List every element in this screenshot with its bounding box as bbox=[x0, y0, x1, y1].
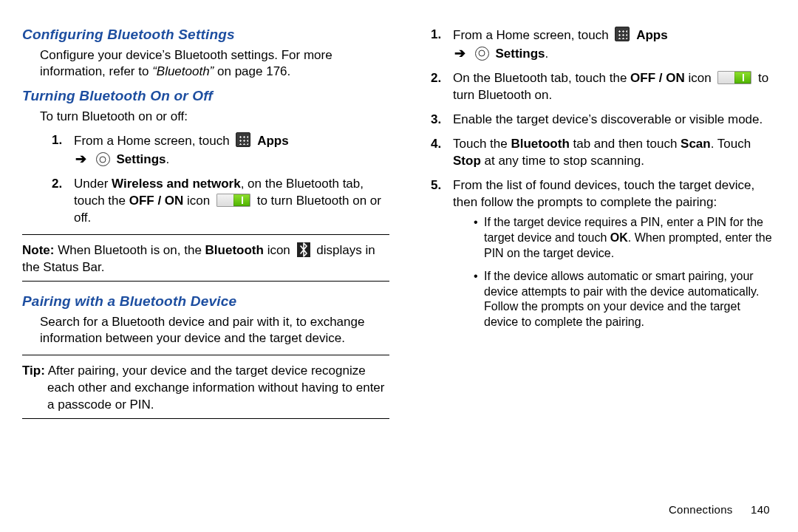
bluetooth-icon bbox=[297, 242, 310, 257]
pair-steps: 1. From a Home screen, touch Apps ➔ Sett… bbox=[431, 27, 776, 330]
config-paragraph: Configure your device’s Bluetooth settin… bbox=[40, 47, 389, 81]
arrow-icon: ➔ bbox=[454, 46, 466, 61]
text: From a Home screen, touch bbox=[453, 28, 612, 42]
turn-intro: To turn Bluetooth on or off: bbox=[40, 109, 389, 125]
tip-cont: each other and exchange information with… bbox=[22, 380, 389, 414]
step-number: 3. bbox=[431, 112, 441, 129]
text: When Bluetooth is on, the bbox=[54, 243, 205, 257]
heading-configuring: Configuring Bluetooth Settings bbox=[22, 27, 389, 43]
bold-text: Wireless and network bbox=[112, 177, 241, 191]
bold-text: OFF / ON bbox=[129, 194, 184, 208]
toggle-icon bbox=[216, 194, 250, 207]
step-number: 5. bbox=[431, 177, 441, 194]
text: icon bbox=[183, 194, 214, 208]
reference-italic: “Bluetooth” bbox=[152, 64, 214, 78]
right-column: 1. From a Home screen, touch Apps ➔ Sett… bbox=[409, 27, 776, 426]
gear-icon bbox=[475, 47, 489, 61]
text: tab and then touch bbox=[570, 137, 681, 151]
list-item: 5. From the list of found devices, touch… bbox=[431, 177, 776, 330]
page-footer: Connections 140 bbox=[669, 503, 770, 516]
settings-label: Settings bbox=[116, 152, 166, 166]
step-number: 2. bbox=[431, 70, 441, 87]
apps-icon bbox=[236, 132, 250, 147]
list-item: 2. Under Wireless and network, on the Bl… bbox=[52, 176, 389, 227]
sub-bullets: If the target device requires a PIN, ent… bbox=[474, 215, 776, 330]
divider bbox=[22, 418, 389, 419]
tip-label: Tip: bbox=[22, 364, 45, 378]
heading-turning: Turning Bluetooth On or Off bbox=[22, 88, 389, 104]
text: icon bbox=[685, 71, 715, 85]
bold-text: Stop bbox=[453, 154, 481, 168]
text: at any time to stop scanning. bbox=[481, 154, 644, 168]
apps-label: Apps bbox=[257, 134, 289, 148]
bold-text: Bluetooth bbox=[205, 243, 264, 257]
arrow-icon: ➔ bbox=[75, 151, 86, 166]
apps-label: Apps bbox=[636, 28, 668, 42]
divider bbox=[22, 355, 389, 355]
bold-text: Scan bbox=[681, 137, 711, 151]
tip-block: Tip: After pairing, your device and the … bbox=[22, 363, 389, 414]
gear-icon bbox=[96, 152, 110, 166]
list-item: If the device allows automatic or smart … bbox=[474, 269, 776, 330]
note-label: Note: bbox=[22, 243, 54, 257]
text: Enable the target device’s discoverable … bbox=[453, 112, 763, 126]
heading-pairing: Pairing with a Bluetooth Device bbox=[22, 293, 389, 310]
step-number: 1. bbox=[52, 132, 62, 149]
text: . bbox=[545, 47, 549, 61]
bold-text: OFF / ON bbox=[630, 71, 685, 85]
apps-icon bbox=[615, 27, 630, 41]
text: From the list of found devices, touch th… bbox=[453, 178, 754, 209]
list-item: 1. From a Home screen, touch Apps ➔ Sett… bbox=[431, 27, 776, 63]
text: On the Bluetooth tab, touch the bbox=[453, 71, 630, 85]
list-item: 3. Enable the target device’s discoverab… bbox=[431, 112, 776, 129]
text: After pairing, your device and the targe… bbox=[45, 364, 366, 378]
text: If the device allows automatic or smart … bbox=[484, 270, 759, 328]
section-name: Connections bbox=[669, 503, 733, 516]
list-item: 2. On the Bluetooth tab, touch the OFF /… bbox=[431, 70, 776, 104]
text: Under bbox=[74, 177, 112, 191]
divider bbox=[22, 281, 389, 282]
list-item: If the target device requires a PIN, ent… bbox=[474, 215, 776, 261]
bold-text: OK bbox=[610, 231, 628, 244]
note-block: Note: When Bluetooth is on, the Bluetoot… bbox=[22, 242, 389, 276]
list-item: 4. Touch the Bluetooth tab and then touc… bbox=[431, 136, 776, 170]
turn-steps: 1. From a Home screen, touch Apps ➔ Sett… bbox=[52, 132, 389, 227]
list-item: 1. From a Home screen, touch Apps ➔ Sett… bbox=[52, 132, 389, 168]
text: . bbox=[166, 152, 170, 166]
left-column: Configuring Bluetooth Settings Configure… bbox=[22, 27, 389, 426]
step-number: 4. bbox=[431, 136, 441, 153]
text: on page 176. bbox=[214, 64, 290, 78]
bold-text: Bluetooth bbox=[511, 137, 569, 151]
pair-paragraph: Search for a Bluetooth device and pair w… bbox=[40, 314, 389, 347]
text: . Touch bbox=[711, 137, 751, 151]
step-number: 2. bbox=[52, 176, 62, 193]
text: icon bbox=[264, 243, 294, 257]
divider bbox=[22, 234, 389, 235]
page-number: 140 bbox=[751, 503, 770, 516]
settings-label: Settings bbox=[495, 47, 545, 61]
step-number: 1. bbox=[431, 27, 441, 44]
manual-page: Configuring Bluetooth Settings Configure… bbox=[0, 0, 798, 426]
text: From a Home screen, touch bbox=[74, 134, 233, 148]
toggle-icon bbox=[717, 71, 751, 84]
text: Touch the bbox=[453, 137, 511, 151]
